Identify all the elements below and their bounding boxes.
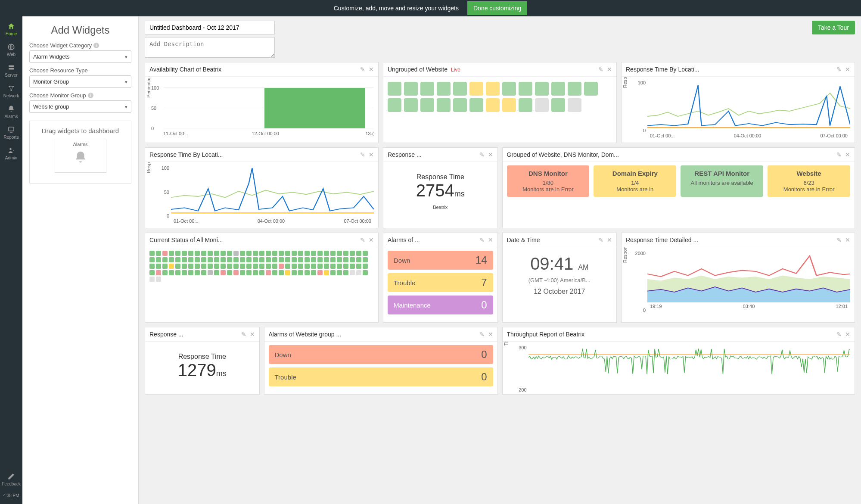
- status-tile[interactable]: [337, 270, 342, 275]
- status-tile[interactable]: [149, 251, 155, 256]
- info-icon[interactable]: i: [88, 93, 93, 98]
- monitor-tile[interactable]: [535, 82, 549, 96]
- close-icon[interactable]: [488, 151, 493, 158]
- monitor-tile[interactable]: [551, 82, 565, 96]
- nav-reports[interactable]: Reports: [0, 122, 22, 143]
- status-tile[interactable]: [214, 270, 219, 275]
- status-tile[interactable]: [221, 264, 226, 269]
- status-tile[interactable]: [350, 257, 355, 262]
- alarm-status-row[interactable]: Down0: [269, 345, 493, 364]
- status-tile[interactable]: [285, 270, 290, 275]
- status-tile[interactable]: [324, 257, 329, 262]
- widget-response-time-value[interactable]: Response ... Response Time 2754ms Beatri…: [383, 147, 498, 228]
- status-tile[interactable]: [356, 264, 361, 269]
- widget-alarms-website-group[interactable]: Alarms of Website group ... Down0Trouble…: [264, 327, 498, 395]
- info-icon[interactable]: i: [93, 43, 99, 48]
- status-tile[interactable]: [169, 257, 174, 262]
- edit-icon[interactable]: [598, 236, 603, 243]
- monitor-tile[interactable]: [568, 82, 581, 96]
- nav-home[interactable]: Home: [0, 19, 22, 40]
- status-tile[interactable]: [285, 251, 290, 256]
- nav-server[interactable]: Server: [0, 60, 22, 81]
- status-tile[interactable]: [233, 264, 239, 269]
- status-tile[interactable]: [195, 270, 200, 275]
- dashboard-description-input[interactable]: [145, 37, 275, 58]
- status-tile[interactable]: [188, 257, 193, 262]
- status-tile[interactable]: [350, 270, 355, 275]
- status-tile[interactable]: [201, 270, 206, 275]
- dashboard-title-input[interactable]: [145, 21, 275, 34]
- widget-throughput-report[interactable]: Throughput Report of Beatrix Throughput …: [502, 327, 855, 395]
- status-tile[interactable]: [317, 264, 323, 269]
- monitor-group-select[interactable]: Website group: [29, 100, 131, 113]
- status-tile[interactable]: [259, 251, 264, 256]
- widget-response-time-value-2[interactable]: Response ... Response Time 1279ms: [145, 327, 260, 395]
- status-tile[interactable]: [298, 257, 303, 262]
- status-tile[interactable]: [169, 251, 174, 256]
- status-tile[interactable]: [195, 264, 200, 269]
- status-tile[interactable]: [214, 257, 219, 262]
- close-icon[interactable]: [845, 151, 850, 158]
- status-tile[interactable]: [253, 251, 258, 256]
- status-tile[interactable]: [330, 257, 336, 262]
- status-tile[interactable]: [175, 264, 180, 269]
- status-tile[interactable]: [221, 257, 226, 262]
- status-tile[interactable]: [175, 270, 180, 275]
- group-status-card[interactable]: REST API MonitorAll monitors are availab…: [681, 165, 763, 197]
- edit-icon[interactable]: [479, 331, 485, 338]
- status-tile[interactable]: [175, 251, 180, 256]
- status-tile[interactable]: [182, 264, 187, 269]
- monitor-tile[interactable]: [486, 82, 500, 96]
- status-tile[interactable]: [253, 257, 258, 262]
- status-tile[interactable]: [279, 270, 284, 275]
- status-tile[interactable]: [259, 257, 264, 262]
- edit-icon[interactable]: [598, 66, 603, 73]
- status-tile[interactable]: [292, 264, 297, 269]
- status-tile[interactable]: [227, 251, 232, 256]
- status-tile[interactable]: [240, 251, 245, 256]
- status-tile[interactable]: [208, 264, 213, 269]
- status-tile[interactable]: [324, 251, 329, 256]
- monitor-tile[interactable]: [486, 98, 500, 112]
- status-tile[interactable]: [266, 270, 271, 275]
- status-tile[interactable]: [227, 264, 232, 269]
- alarm-status-row[interactable]: Down14: [388, 251, 493, 270]
- status-tile[interactable]: [285, 264, 290, 269]
- nav-network[interactable]: Network: [0, 81, 22, 102]
- monitor-tile[interactable]: [502, 98, 516, 112]
- status-tile[interactable]: [279, 251, 284, 256]
- status-tile[interactable]: [162, 257, 168, 262]
- status-tile[interactable]: [149, 264, 155, 269]
- monitor-tile[interactable]: [437, 82, 451, 96]
- status-tile[interactable]: [324, 270, 329, 275]
- status-tile[interactable]: [305, 264, 310, 269]
- status-tile[interactable]: [305, 270, 310, 275]
- status-tile[interactable]: [279, 264, 284, 269]
- widget-category-select[interactable]: Alarm Widgets: [29, 50, 131, 63]
- status-tile[interactable]: [279, 257, 284, 262]
- status-tile[interactable]: [182, 270, 187, 275]
- close-icon[interactable]: [845, 331, 850, 338]
- alarm-status-row[interactable]: Maintenance0: [388, 296, 493, 314]
- edit-icon[interactable]: [360, 236, 365, 243]
- widget-response-time-location-bottom[interactable]: Response Time By Locati... Response Time…: [145, 147, 379, 228]
- status-tile[interactable]: [343, 251, 348, 256]
- status-tile[interactable]: [162, 251, 168, 256]
- status-tile[interactable]: [169, 270, 174, 275]
- status-tile[interactable]: [214, 251, 219, 256]
- status-tile[interactable]: [195, 257, 200, 262]
- status-tile[interactable]: [363, 264, 368, 269]
- status-tile[interactable]: [292, 251, 297, 256]
- edit-icon[interactable]: [836, 236, 842, 243]
- status-tile[interactable]: [201, 264, 206, 269]
- monitor-tile[interactable]: [469, 82, 483, 96]
- status-tile[interactable]: [266, 257, 271, 262]
- status-tile[interactable]: [233, 257, 239, 262]
- edit-icon[interactable]: [836, 151, 842, 158]
- widget-response-time-detailed[interactable]: Response Time Detailed ... Response Time…: [621, 233, 855, 323]
- status-tile[interactable]: [305, 257, 310, 262]
- close-icon[interactable]: [607, 236, 612, 243]
- status-tile[interactable]: [272, 251, 277, 256]
- group-status-card[interactable]: Website6/23Monitors are in Error: [768, 165, 850, 197]
- status-tile[interactable]: [266, 264, 271, 269]
